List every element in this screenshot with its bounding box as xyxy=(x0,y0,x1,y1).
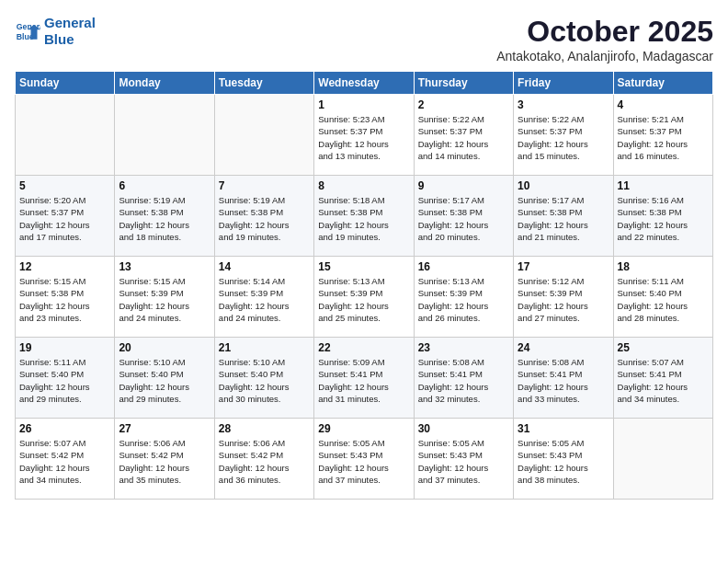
calendar-cell: 12Sunrise: 5:15 AM Sunset: 5:38 PM Dayli… xyxy=(16,257,115,338)
day-info: Sunrise: 5:05 AM Sunset: 5:43 PM Dayligh… xyxy=(418,437,509,486)
day-number: 9 xyxy=(418,179,509,192)
day-info: Sunrise: 5:13 AM Sunset: 5:39 PM Dayligh… xyxy=(318,275,409,324)
weekday-header-row: SundayMondayTuesdayWednesdayThursdayFrid… xyxy=(16,72,713,95)
calendar-cell: 16Sunrise: 5:13 AM Sunset: 5:39 PM Dayli… xyxy=(414,257,513,338)
day-number: 20 xyxy=(119,341,210,354)
day-info: Sunrise: 5:22 AM Sunset: 5:37 PM Dayligh… xyxy=(418,113,509,162)
day-number: 4 xyxy=(618,98,709,111)
day-info: Sunrise: 5:15 AM Sunset: 5:38 PM Dayligh… xyxy=(19,275,110,324)
calendar-cell: 8Sunrise: 5:18 AM Sunset: 5:38 PM Daylig… xyxy=(314,176,414,257)
weekday-header-monday: Monday xyxy=(115,72,214,95)
calendar-cell: 29Sunrise: 5:05 AM Sunset: 5:43 PM Dayli… xyxy=(314,419,414,500)
day-info: Sunrise: 5:19 AM Sunset: 5:38 PM Dayligh… xyxy=(219,194,310,243)
calendar-cell: 15Sunrise: 5:13 AM Sunset: 5:39 PM Dayli… xyxy=(314,257,414,338)
day-info: Sunrise: 5:13 AM Sunset: 5:39 PM Dayligh… xyxy=(418,275,509,324)
calendar-week-row: 12Sunrise: 5:15 AM Sunset: 5:38 PM Dayli… xyxy=(16,257,713,338)
day-number: 5 xyxy=(19,179,110,192)
weekday-header-saturday: Saturday xyxy=(613,72,712,95)
logo: General Blue General Blue xyxy=(15,15,96,48)
calendar-cell: 6Sunrise: 5:19 AM Sunset: 5:38 PM Daylig… xyxy=(115,176,214,257)
day-info: Sunrise: 5:06 AM Sunset: 5:42 PM Dayligh… xyxy=(219,437,310,486)
day-number: 14 xyxy=(219,260,310,273)
day-number: 11 xyxy=(618,179,709,192)
day-number: 10 xyxy=(518,179,609,192)
calendar-cell: 10Sunrise: 5:17 AM Sunset: 5:38 PM Dayli… xyxy=(514,176,613,257)
calendar-cell: 17Sunrise: 5:12 AM Sunset: 5:39 PM Dayli… xyxy=(514,257,613,338)
day-number: 19 xyxy=(19,341,110,354)
calendar-cell: 1Sunrise: 5:23 AM Sunset: 5:37 PM Daylig… xyxy=(314,95,414,176)
page-header: General Blue General Blue October 2025 A… xyxy=(15,15,713,63)
day-number: 21 xyxy=(219,341,310,354)
day-info: Sunrise: 5:09 AM Sunset: 5:41 PM Dayligh… xyxy=(318,356,409,405)
calendar-cell: 20Sunrise: 5:10 AM Sunset: 5:40 PM Dayli… xyxy=(115,338,214,419)
day-number: 1 xyxy=(318,98,409,111)
calendar-cell xyxy=(613,419,712,500)
day-info: Sunrise: 5:05 AM Sunset: 5:43 PM Dayligh… xyxy=(518,437,609,486)
calendar-week-row: 26Sunrise: 5:07 AM Sunset: 5:42 PM Dayli… xyxy=(16,419,713,500)
calendar-cell: 30Sunrise: 5:05 AM Sunset: 5:43 PM Dayli… xyxy=(414,419,513,500)
day-info: Sunrise: 5:05 AM Sunset: 5:43 PM Dayligh… xyxy=(318,437,409,486)
day-number: 15 xyxy=(318,260,409,273)
day-number: 29 xyxy=(318,422,409,435)
day-number: 28 xyxy=(219,422,310,435)
day-number: 23 xyxy=(418,341,509,354)
calendar-cell: 28Sunrise: 5:06 AM Sunset: 5:42 PM Dayli… xyxy=(214,419,313,500)
calendar-cell: 9Sunrise: 5:17 AM Sunset: 5:38 PM Daylig… xyxy=(414,176,513,257)
day-info: Sunrise: 5:20 AM Sunset: 5:37 PM Dayligh… xyxy=(19,194,110,243)
calendar-cell: 13Sunrise: 5:15 AM Sunset: 5:39 PM Dayli… xyxy=(115,257,214,338)
day-info: Sunrise: 5:15 AM Sunset: 5:39 PM Dayligh… xyxy=(119,275,210,324)
location-subtitle: Antakotako, Analanjirofo, Madagascar xyxy=(496,49,713,63)
day-number: 25 xyxy=(618,341,709,354)
day-number: 31 xyxy=(518,422,609,435)
calendar-cell: 24Sunrise: 5:08 AM Sunset: 5:41 PM Dayli… xyxy=(514,338,613,419)
calendar-cell: 14Sunrise: 5:14 AM Sunset: 5:39 PM Dayli… xyxy=(214,257,313,338)
day-info: Sunrise: 5:08 AM Sunset: 5:41 PM Dayligh… xyxy=(418,356,509,405)
day-info: Sunrise: 5:17 AM Sunset: 5:38 PM Dayligh… xyxy=(418,194,509,243)
day-info: Sunrise: 5:16 AM Sunset: 5:38 PM Dayligh… xyxy=(618,194,709,243)
calendar-cell: 11Sunrise: 5:16 AM Sunset: 5:38 PM Dayli… xyxy=(613,176,712,257)
day-number: 8 xyxy=(318,179,409,192)
calendar-table: SundayMondayTuesdayWednesdayThursdayFrid… xyxy=(15,71,713,500)
day-number: 2 xyxy=(418,98,509,111)
day-info: Sunrise: 5:12 AM Sunset: 5:39 PM Dayligh… xyxy=(518,275,609,324)
day-info: Sunrise: 5:22 AM Sunset: 5:37 PM Dayligh… xyxy=(518,113,609,162)
day-number: 30 xyxy=(418,422,509,435)
day-info: Sunrise: 5:07 AM Sunset: 5:41 PM Dayligh… xyxy=(618,356,709,405)
day-info: Sunrise: 5:17 AM Sunset: 5:38 PM Dayligh… xyxy=(518,194,609,243)
calendar-cell: 3Sunrise: 5:22 AM Sunset: 5:37 PM Daylig… xyxy=(514,95,613,176)
calendar-cell: 27Sunrise: 5:06 AM Sunset: 5:42 PM Dayli… xyxy=(115,419,214,500)
day-number: 17 xyxy=(518,260,609,273)
month-title: October 2025 xyxy=(496,15,713,49)
day-info: Sunrise: 5:18 AM Sunset: 5:38 PM Dayligh… xyxy=(318,194,409,243)
day-number: 22 xyxy=(318,341,409,354)
calendar-cell xyxy=(16,95,115,176)
calendar-cell: 22Sunrise: 5:09 AM Sunset: 5:41 PM Dayli… xyxy=(314,338,414,419)
calendar-week-row: 1Sunrise: 5:23 AM Sunset: 5:37 PM Daylig… xyxy=(16,95,713,176)
day-info: Sunrise: 5:23 AM Sunset: 5:37 PM Dayligh… xyxy=(318,113,409,162)
calendar-cell: 31Sunrise: 5:05 AM Sunset: 5:43 PM Dayli… xyxy=(514,419,613,500)
day-info: Sunrise: 5:06 AM Sunset: 5:42 PM Dayligh… xyxy=(119,437,210,486)
day-number: 3 xyxy=(518,98,609,111)
day-info: Sunrise: 5:11 AM Sunset: 5:40 PM Dayligh… xyxy=(618,275,709,324)
day-number: 7 xyxy=(219,179,310,192)
calendar-cell: 2Sunrise: 5:22 AM Sunset: 5:37 PM Daylig… xyxy=(414,95,513,176)
day-number: 12 xyxy=(19,260,110,273)
calendar-cell: 23Sunrise: 5:08 AM Sunset: 5:41 PM Dayli… xyxy=(414,338,513,419)
calendar-cell: 4Sunrise: 5:21 AM Sunset: 5:37 PM Daylig… xyxy=(613,95,712,176)
calendar-cell: 25Sunrise: 5:07 AM Sunset: 5:41 PM Dayli… xyxy=(613,338,712,419)
day-info: Sunrise: 5:14 AM Sunset: 5:39 PM Dayligh… xyxy=(219,275,310,324)
weekday-header-friday: Friday xyxy=(514,72,613,95)
day-info: Sunrise: 5:21 AM Sunset: 5:37 PM Dayligh… xyxy=(618,113,709,162)
day-info: Sunrise: 5:07 AM Sunset: 5:42 PM Dayligh… xyxy=(19,437,110,486)
day-number: 18 xyxy=(618,260,709,273)
calendar-cell: 7Sunrise: 5:19 AM Sunset: 5:38 PM Daylig… xyxy=(214,176,313,257)
weekday-header-thursday: Thursday xyxy=(414,72,513,95)
weekday-header-sunday: Sunday xyxy=(16,72,115,95)
weekday-header-tuesday: Tuesday xyxy=(214,72,313,95)
logo-icon: General Blue xyxy=(15,18,40,44)
day-info: Sunrise: 5:10 AM Sunset: 5:40 PM Dayligh… xyxy=(119,356,210,405)
calendar-week-row: 5Sunrise: 5:20 AM Sunset: 5:37 PM Daylig… xyxy=(16,176,713,257)
title-block: October 2025 Antakotako, Analanjirofo, M… xyxy=(496,15,713,63)
calendar-cell: 21Sunrise: 5:10 AM Sunset: 5:40 PM Dayli… xyxy=(214,338,313,419)
calendar-cell: 5Sunrise: 5:20 AM Sunset: 5:37 PM Daylig… xyxy=(16,176,115,257)
